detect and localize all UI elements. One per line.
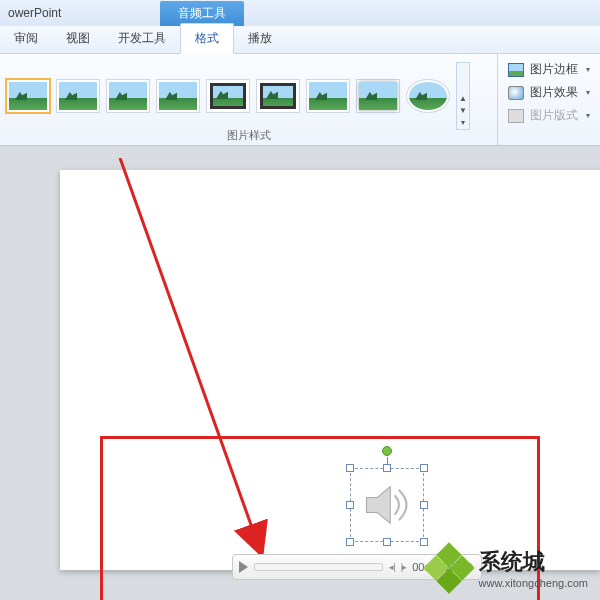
picture-adjust-group: 图片边框 ▾ 图片效果 ▾ 图片版式 ▾: [497, 54, 600, 145]
tab-developer[interactable]: 开发工具: [104, 24, 180, 53]
gallery-more-button[interactable]: ▲▼▾: [456, 62, 470, 130]
audio-object[interactable]: [350, 468, 424, 542]
style-thumb-3[interactable]: [106, 79, 150, 113]
resize-handle-tm[interactable]: [383, 464, 391, 472]
watermark: 系统城 www.xitongcheng.com: [427, 546, 588, 590]
tab-review[interactable]: 审阅: [0, 24, 52, 53]
ribbon-tabs: 审阅 视图 开发工具 格式 播放: [0, 26, 600, 54]
resize-handle-mr[interactable]: [420, 501, 428, 509]
skip-back-button[interactable]: ◂|: [389, 562, 394, 572]
style-thumb-8[interactable]: [356, 79, 400, 113]
style-thumb-5[interactable]: [206, 79, 250, 113]
context-tab-audio-tools[interactable]: 音频工具: [160, 1, 244, 26]
title-bar: owerPoint 音频工具: [0, 0, 600, 26]
effects-icon: [508, 86, 524, 100]
chevron-down-icon: ▾: [586, 111, 590, 120]
speaker-icon: [360, 478, 414, 532]
picture-effects-label: 图片效果: [530, 84, 578, 101]
picture-border-button[interactable]: 图片边框 ▾: [506, 60, 592, 79]
ribbon: ▲▼▾ 图片样式 图片边框 ▾ 图片效果 ▾ 图片版式 ▾: [0, 54, 600, 146]
picture-layout-label: 图片版式: [530, 107, 578, 124]
watermark-url: www.xitongcheng.com: [479, 577, 588, 589]
picture-effects-button[interactable]: 图片效果 ▾: [506, 83, 592, 102]
border-icon: [508, 63, 524, 77]
picture-layout-button: 图片版式 ▾: [506, 106, 592, 125]
skip-forward-button[interactable]: |▸: [401, 562, 406, 572]
layout-icon: [508, 109, 524, 123]
picture-styles-group: ▲▼▾ 图片样式: [0, 54, 497, 145]
style-thumb-1[interactable]: [6, 79, 50, 113]
play-button[interactable]: [239, 561, 248, 573]
chevron-down-icon: ▾: [586, 65, 590, 74]
slide-canvas-area: ◂| |▸ 00:00.00: [0, 146, 600, 600]
resize-handle-br[interactable]: [420, 538, 428, 546]
style-thumb-2[interactable]: [56, 79, 100, 113]
tab-format[interactable]: 格式: [180, 23, 234, 54]
resize-handle-tr[interactable]: [420, 464, 428, 472]
group-label-picture-styles: 图片样式: [0, 128, 497, 143]
app-name: owerPoint: [0, 6, 160, 20]
style-thumb-4[interactable]: [156, 79, 200, 113]
resize-handle-bl[interactable]: [346, 538, 354, 546]
watermark-logo-icon: [427, 546, 471, 590]
rotation-handle[interactable]: [382, 446, 392, 456]
chevron-down-icon: ▾: [586, 88, 590, 97]
tab-playback[interactable]: 播放: [234, 24, 286, 53]
resize-handle-bm[interactable]: [383, 538, 391, 546]
style-thumb-7[interactable]: [306, 79, 350, 113]
style-thumb-9[interactable]: [406, 79, 450, 113]
seek-track[interactable]: [254, 563, 383, 571]
picture-border-label: 图片边框: [530, 61, 578, 78]
watermark-name: 系统城: [479, 547, 588, 577]
tab-view[interactable]: 视图: [52, 24, 104, 53]
resize-handle-ml[interactable]: [346, 501, 354, 509]
resize-handle-tl[interactable]: [346, 464, 354, 472]
style-thumb-6[interactable]: [256, 79, 300, 113]
